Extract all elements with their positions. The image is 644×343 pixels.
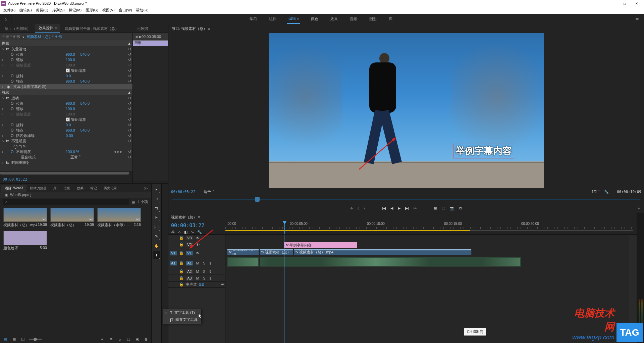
tab-markers[interactable]: 标记 <box>87 185 100 192</box>
section-video[interactable]: 视频▲ <box>0 89 132 95</box>
ec-scrollbar[interactable] <box>0 171 132 175</box>
tab-audio-mixer[interactable]: 音频剪辑混合器: 视频素材（总） <box>61 25 122 33</box>
workspace-assembly[interactable]: 组件 <box>268 14 278 23</box>
fx-time-remap[interactable]: ›fx时间重映射 <box>0 160 132 165</box>
bin-item-1[interactable]: ▶▯视频素材（总）19:09 <box>50 208 94 228</box>
tab-history[interactable]: 历史记录 <box>100 185 120 192</box>
timeline-ruler[interactable]: ;00:00 00:00:05:00 00:00:10:00 00:00:15:… <box>225 221 637 234</box>
tab-metadata[interactable]: 元数据 <box>133 25 151 33</box>
btn-lift[interactable]: ⊞ <box>434 206 437 210</box>
btn-play[interactable]: ▶ <box>398 206 400 210</box>
reset-icon[interactable]: ↺ <box>128 47 131 51</box>
workspace-menu-icon[interactable]: ≡ <box>297 16 299 20</box>
tab-source[interactable]: 源：（无剪辑） <box>1 25 34 33</box>
home-button[interactable]: ⌂ <box>0 15 11 23</box>
prop-rotation-2[interactable]: ›Ò旋转0.0↺ <box>0 122 132 128</box>
tl-link-icon[interactable]: ∩ <box>178 230 181 234</box>
opacity-masks[interactable]: ◯ ▢ ✎ <box>0 144 132 149</box>
prop-blend-mode[interactable]: 混合模式正常 ˅↺ <box>0 154 132 160</box>
menu-window[interactable]: 窗口(W) <box>117 7 134 13</box>
menu-file[interactable]: 文件(F) <box>1 7 17 13</box>
settings-icon[interactable]: 🔧 <box>604 190 609 194</box>
timeline-tracks[interactable]: fx 举例字幕内容 fx 视频素材（水印 fx 视频素材（总） fx 视频素材（… <box>225 235 629 343</box>
tool-razor[interactable]: ✂ <box>153 214 160 221</box>
clip-v1c[interactable]: fx 视频素材（总）.mp4 <box>294 249 472 255</box>
thumb-size-slider[interactable] <box>29 339 42 340</box>
tl-settings-icon[interactable]: 🔧 <box>197 230 202 234</box>
prop-uniform-scale[interactable]: ✓等比缩放↺ <box>0 68 132 73</box>
clip-a1a[interactable] <box>227 257 259 267</box>
btn-export-frame[interactable]: 📷 <box>450 206 454 210</box>
window-close[interactable]: ✕ <box>631 0 643 7</box>
menu-help[interactable]: 帮助(H) <box>134 7 150 13</box>
auto-sequence-icon[interactable]: ⧉ <box>108 337 114 342</box>
btn-goto-out[interactable]: ↦ <box>414 206 417 210</box>
tool-slip[interactable]: |↔| <box>153 223 160 231</box>
tab-info[interactable]: 信息 <box>60 185 73 192</box>
bin-item-0[interactable]: ▶▯视频素材（总）.mp419:09 <box>3 208 47 228</box>
tabs-overflow[interactable]: ≫ <box>142 185 150 192</box>
clip-a1b[interactable] <box>260 257 521 267</box>
btn-bracket-out[interactable]: } <box>364 206 365 210</box>
tab-project[interactable]: 项目: Word3 <box>1 185 26 192</box>
value-pos-y[interactable]: 540.0 <box>80 52 90 56</box>
prop-anchor[interactable]: Ò锚点960.0540.0↺ <box>0 79 132 84</box>
bin-item-3[interactable]: 颜色遮罩5:00 <box>3 231 47 251</box>
program-zoom-fit[interactable]: 适合 <box>204 189 211 194</box>
track-v3-header[interactable]: 🔒V3👁 <box>168 235 225 241</box>
btn-compare[interactable]: ⧉ <box>459 206 462 210</box>
new-bin-icon[interactable]: ▢ <box>126 337 131 342</box>
prop-position-2[interactable]: Ò位置960.0540.0↺ <box>0 101 132 106</box>
btn-bracket-in[interactable]: { <box>358 206 359 210</box>
menu-view[interactable]: 视图(V) <box>100 7 117 13</box>
workspace-overflow[interactable]: ≫ <box>631 17 644 21</box>
btn-button-editor[interactable]: ＋ <box>637 206 641 211</box>
new-item-icon[interactable]: ▣ <box>135 337 140 342</box>
tab-media-browser[interactable]: 媒体浏览器 <box>26 185 50 192</box>
workspace-audio[interactable]: 音频 <box>348 14 359 23</box>
find-icon[interactable]: ⌕ <box>117 337 122 342</box>
clip-v1b[interactable]: fx 视频素材（总） <box>260 249 293 255</box>
tl-insert-icon[interactable]: ↘ <box>191 230 194 234</box>
section-graphic[interactable]: 图形▲ <box>0 40 132 46</box>
program-resolution[interactable]: 1/2 <box>592 190 597 194</box>
track-v2-header[interactable]: 🔒V2👁 <box>168 241 225 248</box>
collapse-icon[interactable]: ▲ <box>127 41 131 45</box>
ec-timecode[interactable]: 00:00:03:22 <box>0 175 132 183</box>
btn-extract[interactable]: ⬚ <box>442 206 445 210</box>
trash-icon[interactable]: 🗑 <box>143 337 149 342</box>
ec-scrollbar-right[interactable] <box>133 181 168 183</box>
workspace-libraries[interactable]: 库 <box>387 14 394 23</box>
program-timecode-left[interactable]: 00:00:03:22 <box>171 190 196 194</box>
timeline-vscroll[interactable] <box>629 235 637 343</box>
workspace-editing[interactable]: 编辑 ≡ <box>287 14 300 24</box>
type-tool-option[interactable]: •T文字工具 (T) <box>163 309 201 316</box>
timeline-timecode[interactable]: 00:00:03:22 <box>171 223 223 229</box>
prop-scale-2[interactable]: ›Ò缩放100.0↺ <box>0 106 132 111</box>
project-file-name[interactable]: ▣Word3.prproj <box>0 192 151 198</box>
tab-effects[interactable]: 效果 <box>73 185 87 192</box>
btn-mark-in[interactable]: ⎆ <box>351 206 353 210</box>
bin-item-2[interactable]: ▶▯视频素材（水印）...2:15 <box>97 208 141 228</box>
track-v1-header[interactable]: V1🔒V1👁 <box>168 248 225 258</box>
tl-marker-icon[interactable]: ◧ <box>184 230 187 234</box>
ec-clip-bar[interactable]: 图形 <box>133 40 168 46</box>
window-minimize[interactable]: — <box>606 0 619 7</box>
track-a3-header[interactable]: 🔒A3MS🎙 <box>168 275 225 282</box>
btn-step-fwd[interactable]: ▶| <box>405 206 409 210</box>
tool-type[interactable]: T <box>153 251 160 259</box>
prop-scale[interactable]: ›Ò缩放100.0↺ <box>0 57 132 62</box>
menu-markers[interactable]: 标记(M) <box>67 7 84 13</box>
tool-ripple-edit[interactable]: ⇆ <box>153 204 160 212</box>
timeline-title[interactable]: 视频素材（总） ≡ <box>171 215 200 220</box>
prop-position[interactable]: Ò位置960.0540.0↺ <box>0 52 132 57</box>
freeform-view-icon[interactable]: ◫ <box>20 337 25 342</box>
track-a2-header[interactable]: 🔒A2MS🎙 <box>168 268 225 275</box>
eye-icon[interactable]: ◉ <box>7 85 10 89</box>
sort-icon[interactable]: ≡ <box>100 337 105 342</box>
window-maximize[interactable]: □ <box>619 0 631 7</box>
list-view-icon[interactable]: ▤ <box>3 337 8 342</box>
stopwatch-icon[interactable]: Ò <box>11 52 14 56</box>
fx-motion[interactable]: ∨fx运动↺ <box>0 95 132 101</box>
prop-rotation[interactable]: ›Ò旋转0.0↺ <box>0 73 132 79</box>
